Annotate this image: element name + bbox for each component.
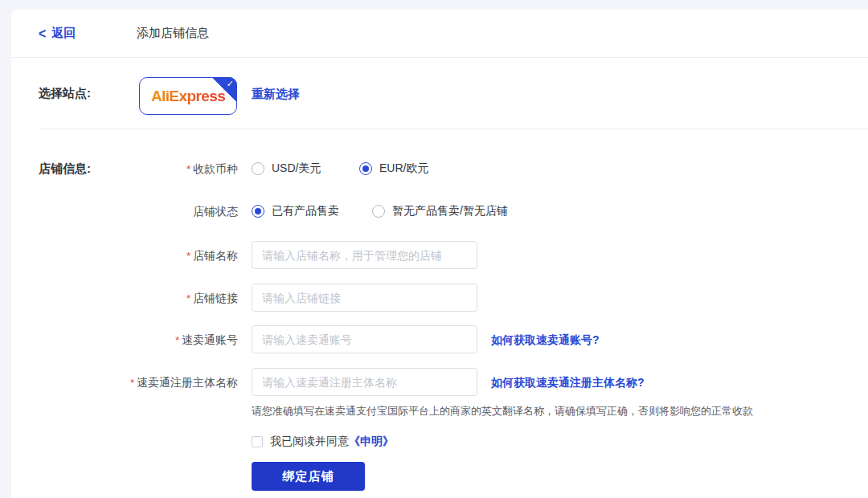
entity-name-label: *速卖通注册主体名称 — [59, 376, 238, 390]
radio-checked-icon — [359, 162, 372, 175]
header-divider — [11, 57, 868, 58]
currency-label: *收款币种 — [59, 162, 238, 177]
reselect-site-link[interactable]: 重新选择 — [252, 87, 300, 102]
radio-eur[interactable]: EUR/欧元 — [359, 161, 428, 176]
back-button[interactable]: < 返回 — [39, 26, 76, 41]
page-title: 添加店铺信息 — [137, 26, 209, 41]
account-input[interactable] — [252, 325, 477, 353]
entity-name-note: 请您准确填写在速卖通支付宝国际平台上的商家的英文翻译名称，请确保填写正确，否则将… — [252, 404, 753, 418]
radio-no-products[interactable]: 暂无产品售卖/暂无店铺 — [372, 204, 508, 218]
store-name-label: *店铺名称 — [59, 249, 238, 263]
page: < 返回 添加店铺信息 选择站点: AliExpress ™ ✓ 重新选择 店铺… — [0, 0, 868, 498]
site-card-aliexpress[interactable]: AliExpress ™ ✓ — [139, 77, 237, 115]
check-icon: ✓ — [227, 79, 234, 89]
panel-header: < 返回 — [39, 10, 76, 57]
required-mark: * — [186, 163, 190, 175]
radio-no-products-label: 暂无产品售卖/暂无店铺 — [392, 204, 508, 218]
back-label: 返回 — [51, 26, 76, 41]
status-label: 店铺状态 — [59, 205, 238, 219]
radio-eur-label: EUR/欧元 — [379, 161, 428, 176]
store-link-label: *店铺链接 — [59, 292, 238, 306]
radio-checked-icon — [252, 205, 264, 218]
radio-has-products-label: 已有产品售卖 — [272, 204, 339, 218]
radio-usd[interactable]: USD/美元 — [252, 161, 321, 176]
radio-usd-label: USD/美元 — [272, 161, 321, 176]
store-name-input[interactable] — [252, 241, 477, 269]
bind-store-button[interactable]: 绑定店铺 — [252, 462, 365, 491]
chevron-left-icon: < — [39, 25, 46, 42]
radio-circle-icon — [372, 205, 385, 218]
agreement-text: 我已阅读并同意《申明》 — [270, 435, 394, 449]
site-select-label: 选择站点: — [39, 86, 91, 101]
agreement-checkbox[interactable] — [252, 436, 263, 447]
account-label: *速卖通账号 — [59, 333, 238, 348]
section-divider — [39, 129, 868, 129]
account-help-link[interactable]: 如何获取速卖通账号? — [491, 333, 600, 348]
radio-has-products[interactable]: 已有产品售卖 — [252, 204, 339, 218]
entity-name-input[interactable] — [252, 368, 477, 396]
radio-circle-icon — [252, 162, 264, 175]
add-store-panel: < 返回 添加店铺信息 选择站点: AliExpress ™ ✓ 重新选择 店铺… — [11, 10, 868, 498]
entity-name-help-link[interactable]: 如何获取速卖通注册主体名称? — [491, 376, 645, 390]
selected-corner-badge: ✓ — [212, 77, 237, 102]
store-link-input[interactable] — [252, 284, 477, 312]
agreement-row: 我已阅读并同意《申明》 — [252, 435, 394, 449]
statement-link[interactable]: 《申明》 — [349, 435, 394, 447]
